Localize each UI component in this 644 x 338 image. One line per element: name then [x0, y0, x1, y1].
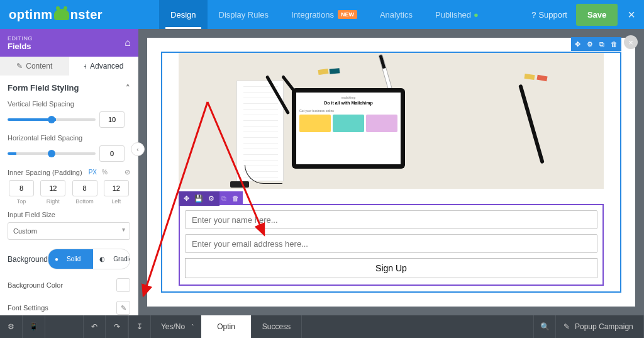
tape-decor — [536, 75, 547, 82]
search-icon: 🔍 — [540, 322, 550, 331]
input-horizontal-spacing[interactable] — [99, 145, 125, 162]
close-app-button[interactable]: × — [628, 8, 635, 22]
nav-display-rules[interactable]: Display Rules — [208, 0, 280, 29]
background-type-toggle: ● Solid ◐ Gradient — [48, 249, 130, 269]
published-check-icon: ● — [474, 10, 479, 20]
top-nav: optinmnster Design Display Rules Integra… — [0, 0, 644, 29]
tab-content[interactable]: ✎Content — [0, 57, 69, 76]
bg-color-swatch[interactable] — [116, 278, 130, 292]
campaign-menu[interactable]: ✎Popup Campaign — [556, 315, 644, 338]
save-button[interactable]: Save — [576, 4, 618, 26]
bottom-settings[interactable]: ⚙ — [0, 315, 23, 338]
pen-decor — [518, 84, 545, 164]
gear-icon: ⚙ — [8, 322, 14, 331]
seg-solid[interactable]: ● Solid — [48, 249, 93, 269]
copy-icon: ⧉ — [221, 194, 226, 203]
label-padding: Inner Spacing (Padding) PX % ⊘ — [8, 168, 130, 176]
tape-decor — [330, 68, 340, 74]
step-success[interactable]: Success — [252, 315, 302, 338]
nav-analytics[interactable]: Analytics — [369, 0, 424, 29]
slider-vertical-spacing[interactable] — [8, 118, 96, 121]
sliders-icon: ⫞ — [83, 62, 87, 70]
tablet-mockup: mailchimp Do it all with Mailchimp Get y… — [292, 88, 405, 169]
section-form-field-styling[interactable]: Form Field Styling ˄ — [8, 83, 130, 93]
bottom-mobile-preview[interactable]: 📱 — [23, 315, 45, 338]
chevron-up-icon: ˄ — [126, 83, 130, 93]
gear-icon[interactable]: ⚙ — [208, 194, 214, 203]
font-settings-button[interactable]: ✎ — [116, 301, 130, 315]
tape-decor — [525, 74, 535, 80]
advanced-panel: Form Field Styling ˄ Vertical Field Spac… — [0, 76, 138, 315]
bottom-undo[interactable]: ↶ — [83, 315, 106, 338]
brand-logo: optinmnster — [9, 8, 103, 22]
input-pad-left[interactable] — [104, 180, 129, 196]
signup-button[interactable]: Sign Up — [185, 258, 597, 278]
home-icon[interactable]: ⌂ — [125, 37, 131, 48]
editing-title: Fields — [8, 42, 33, 51]
undo-icon: ↶ — [91, 322, 97, 331]
step-optin[interactable]: Optin — [201, 315, 252, 338]
support-link[interactable]: ?Support — [531, 10, 567, 20]
pencil-icon: ✎ — [564, 322, 570, 331]
close-popup-icon[interactable]: × — [624, 35, 638, 49]
copy-icon[interactable]: ⧉ — [599, 40, 604, 48]
editing-header: EDITING Fields ⌂ — [0, 29, 138, 57]
block-toolbar: ✥ ⚙ ⧉ 🗑 — [571, 37, 621, 51]
phone-icon: 📱 — [29, 322, 38, 331]
trash-icon[interactable]: 🗑 — [611, 40, 618, 48]
gear-icon[interactable]: ⚙ — [587, 40, 593, 48]
move-icon[interactable]: ✥ — [575, 40, 580, 48]
fields-block[interactable]: ✥ 💾 ⚙ ⧉ 🗑 Sign Up — [179, 204, 604, 286]
move-icon[interactable]: ✥ — [184, 194, 189, 203]
chevron-up-icon: ˄ — [191, 324, 194, 330]
bottom-bar: ⚙ 📱 ↶ ↷ ↧ Yes/No ˄ Optin Success 🔍 ✎Popu… — [0, 315, 644, 338]
input-pad-right[interactable] — [40, 180, 65, 196]
unit-pct[interactable]: % — [102, 169, 108, 176]
sidebar: EDITING Fields ⌂ ✎Content ⫞Advanced Form… — [0, 29, 138, 315]
seg-gradient[interactable]: ◐ Gradient — [93, 249, 130, 269]
label-hspacing: Horizontal Field Spacing — [8, 134, 130, 142]
main-area: EDITING Fields ⌂ ✎Content ⫞Advanced Form… — [0, 29, 644, 315]
name-input[interactable] — [185, 210, 597, 229]
input-pad-bottom[interactable] — [72, 180, 97, 196]
bottom-redo[interactable]: ↷ — [106, 315, 128, 338]
input-pad-top[interactable] — [9, 180, 34, 196]
label-vspacing: Vertical Field Spacing — [8, 100, 130, 108]
pencil-icon: ✎ — [16, 62, 23, 70]
popup-canvas: × ✥ ⚙ ⧉ 🗑 — [147, 38, 635, 307]
logo-mark-icon — [54, 9, 69, 20]
nav-published[interactable]: Published ● — [424, 0, 490, 29]
new-badge: NEW — [338, 10, 357, 19]
email-input[interactable] — [185, 234, 597, 253]
step-yesno[interactable]: Yes/No ˄ — [151, 315, 201, 338]
popup-block[interactable]: ✥ ⚙ ⧉ 🗑 — [161, 52, 621, 293]
save-icon[interactable]: 💾 — [194, 194, 203, 203]
unit-px[interactable]: PX — [89, 169, 97, 176]
label-font-settings: Font Settings — [8, 304, 48, 312]
nav-design[interactable]: Design — [159, 0, 207, 29]
output-icon: ↧ — [136, 322, 143, 331]
label-bg-color: Background Color — [8, 281, 63, 289]
slider-horizontal-spacing[interactable] — [8, 152, 96, 155]
pencil-icon: ✎ — [121, 304, 126, 312]
collapse-sidebar-button[interactable]: ‹ — [131, 142, 145, 156]
help-icon: ? — [531, 10, 536, 20]
hero-image: mailchimp Do it all with Mailchimp Get y… — [179, 53, 604, 189]
editing-label: EDITING — [8, 35, 33, 42]
bottom-output[interactable]: ↧ — [128, 315, 151, 338]
redo-icon: ↷ — [114, 322, 120, 331]
label-background: Background — [8, 255, 48, 264]
nav-integrations[interactable]: IntegrationsNEW — [280, 0, 369, 29]
input-vertical-spacing[interactable] — [99, 111, 125, 128]
select-input-size[interactable]: Custom — [8, 222, 130, 240]
preview-area: ‹ × ✥ ⚙ ⧉ 🗑 — [138, 29, 644, 315]
usb-decor — [230, 181, 249, 188]
field-toolbar: ✥ 💾 ⚙ ⧉ 🗑 — [179, 191, 243, 205]
link-values-icon[interactable]: ⊘ — [125, 168, 130, 176]
tape-decor — [318, 69, 329, 75]
tab-advanced[interactable]: ⫞Advanced — [69, 57, 138, 76]
label-input-size: Input Field Size — [8, 211, 130, 218]
trash-icon[interactable]: 🗑 — [232, 194, 239, 202]
bottom-search[interactable]: 🔍 — [533, 315, 556, 338]
sidebar-tabs: ✎Content ⫞Advanced — [0, 57, 138, 76]
